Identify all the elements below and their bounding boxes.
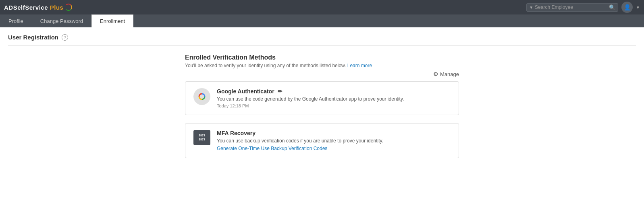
avatar[interactable]: 👤 (621, 2, 633, 13)
user-caret-icon[interactable]: ▼ (636, 5, 640, 10)
generate-backup-codes-link[interactable]: Generate One-Time Use Backup Verificatio… (217, 146, 327, 151)
app-name: ADSelfService Plus (4, 4, 63, 11)
section-title: Enrolled Verification Methods (185, 54, 459, 61)
google-authenticator-card: Google Authenticator ✏ You can use the c… (185, 81, 459, 115)
nav-tabs: Profile Change Password Enrollment (0, 14, 644, 27)
search-button[interactable]: 🔍 (609, 4, 615, 10)
help-icon[interactable]: ? (62, 34, 68, 41)
google-authenticator-body: Google Authenticator ✏ You can use the c… (217, 88, 451, 108)
app-plus: Plus (48, 4, 63, 11)
logo-arc-icon (65, 4, 72, 11)
google-authenticator-desc: You can use the code generated by the Go… (217, 96, 451, 102)
search-container: ▼ 🔍 (526, 3, 618, 12)
google-authenticator-icon (193, 88, 210, 105)
edit-google-authenticator-icon[interactable]: ✏ (278, 88, 283, 95)
manage-row[interactable]: ⚙ Manage (185, 71, 459, 77)
google-authenticator-name: Google Authenticator ✏ (217, 88, 451, 95)
mfa-recovery-card: 98739873 MFA Recovery You can use backup… (185, 123, 459, 158)
gear-icon: ⚙ (433, 71, 438, 77)
page-title: User Registration (8, 34, 58, 41)
svg-point-0 (197, 91, 207, 102)
mfa-recovery-icon: 98739873 (193, 130, 210, 145)
mfa-recovery-desc: You can use backup verification codes if… (217, 138, 451, 144)
section-header: Enrolled Verification Methods You'll be … (185, 54, 459, 68)
app-logo: ADSelfService Plus (4, 4, 72, 11)
mfa-recovery-body: MFA Recovery You can use backup verifica… (217, 130, 451, 151)
search-dropdown-arrow-icon[interactable]: ▼ (529, 5, 533, 10)
mfa-recovery-name: MFA Recovery (217, 130, 451, 136)
manage-label: Manage (440, 71, 459, 77)
avatar-icon: 👤 (624, 4, 631, 10)
section-subtitle: You'll be asked to verify your identity … (185, 63, 459, 68)
page-header: User Registration ? (8, 34, 636, 46)
header-right: ▼ 🔍 👤 ▼ (526, 2, 640, 13)
google-authenticator-timestamp: Today 12:18 PM (217, 103, 451, 108)
content-panel: Enrolled Verification Methods You'll be … (185, 54, 459, 166)
tab-profile[interactable]: Profile (0, 14, 32, 27)
header: ADSelfService Plus ▼ 🔍 👤 ▼ (0, 0, 644, 14)
tab-change-password[interactable]: Change Password (32, 14, 91, 27)
tab-enrollment[interactable]: Enrollment (91, 14, 133, 27)
learn-more-link[interactable]: Learn more (347, 63, 372, 68)
search-input[interactable] (535, 4, 607, 10)
page-content: User Registration ? Enrolled Verificatio… (0, 27, 644, 208)
main-area: Enrolled Verification Methods You'll be … (8, 54, 636, 166)
